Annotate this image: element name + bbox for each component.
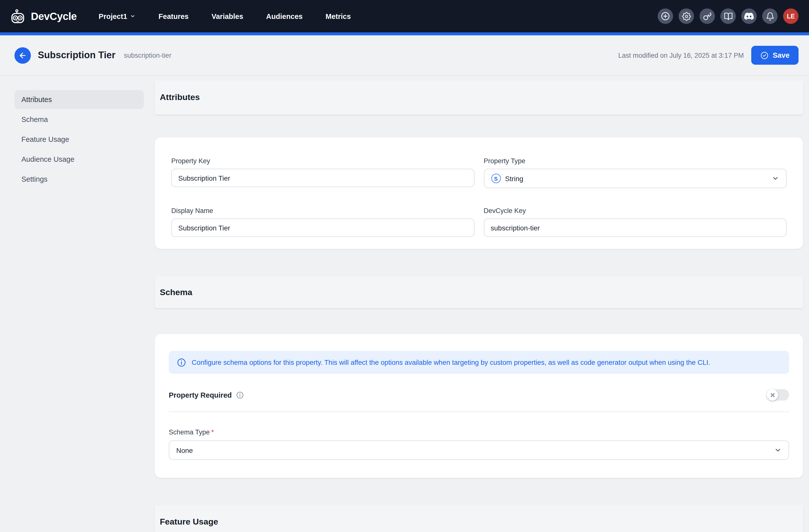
notifications-button[interactable] xyxy=(762,8,778,24)
nav-variables[interactable]: Variables xyxy=(211,12,243,20)
display-name-input[interactable] xyxy=(171,218,474,237)
property-key-input[interactable] xyxy=(171,169,474,187)
devcycle-key-input[interactable] xyxy=(484,218,787,237)
settings-button[interactable] xyxy=(678,8,694,24)
nav-audiences[interactable]: Audiences xyxy=(266,12,303,20)
x-icon xyxy=(770,392,775,397)
sidebar-item-label: Audience Usage xyxy=(21,155,74,163)
user-avatar[interactable]: LE xyxy=(783,8,798,24)
schema-section-header: Schema xyxy=(155,277,803,308)
schema-card: Configure schema options for this proper… xyxy=(155,334,803,478)
devcycle-key-label: DevCycle Key xyxy=(484,207,787,214)
primary-nav: Project1 Features Variables Audiences Me… xyxy=(99,12,351,20)
nav-audiences-label: Audiences xyxy=(266,12,303,20)
main-panel: Attributes Property Key Property Type S … xyxy=(155,76,803,532)
discord-button[interactable] xyxy=(741,8,757,24)
property-required-toggle[interactable] xyxy=(767,389,789,401)
display-name-label: Display Name xyxy=(171,207,474,214)
check-circle-icon xyxy=(760,51,769,59)
nav-metrics-label: Metrics xyxy=(326,12,351,20)
sidebar-item-label: Schema xyxy=(21,116,48,123)
top-navbar: DevCycle Project1 Features Variables Aud… xyxy=(0,0,809,32)
gear-icon xyxy=(682,12,691,21)
nav-variables-label: Variables xyxy=(211,12,243,20)
sidebar-item-settings[interactable]: Settings xyxy=(14,170,144,189)
devcycle-key-field: DevCycle Key xyxy=(484,207,787,237)
schema-info-banner: Configure schema options for this proper… xyxy=(169,351,789,374)
property-required-row: Property Required xyxy=(169,389,789,401)
feature-usage-heading: Feature Usage xyxy=(160,517,218,527)
schema-type-value: None xyxy=(176,446,193,454)
property-type-value: String xyxy=(505,174,523,182)
display-name-field: Display Name xyxy=(171,207,474,237)
string-type-icon: S xyxy=(491,174,501,183)
property-key-field: Property Key xyxy=(171,157,474,188)
info-icon[interactable] xyxy=(236,391,244,399)
page-header: Subscription Tier subscription-tier Last… xyxy=(0,35,809,76)
api-keys-button[interactable] xyxy=(700,8,715,24)
schema-type-select[interactable]: None xyxy=(169,440,789,460)
property-key-label: Property Key xyxy=(171,157,474,165)
save-button-label: Save xyxy=(773,51,790,59)
sidebar-item-label: Feature Usage xyxy=(21,135,69,143)
sidebar-item-label: Settings xyxy=(21,175,48,183)
back-button[interactable] xyxy=(14,47,31,64)
devcycle-logo[interactable]: DevCycle xyxy=(11,9,77,24)
feature-usage-section-header: Feature Usage xyxy=(155,505,803,532)
chevron-down-icon xyxy=(772,175,779,182)
bell-icon xyxy=(765,12,774,21)
nav-features-label: Features xyxy=(158,12,189,20)
page-title: Subscription Tier xyxy=(38,50,116,61)
avatar-initials: LE xyxy=(787,13,795,20)
property-type-label: Property Type xyxy=(484,157,787,165)
required-asterisk: * xyxy=(211,428,214,436)
plus-circle-icon xyxy=(661,12,670,21)
accent-bar xyxy=(0,32,809,35)
last-modified-text: Last modified on July 16, 2025 at 3:17 P… xyxy=(618,52,744,59)
devcycle-robot-icon xyxy=(11,9,27,24)
property-type-field: Property Type S String xyxy=(484,157,787,188)
sidebar-item-audience-usage[interactable]: Audience Usage xyxy=(14,150,144,169)
toggle-knob xyxy=(767,389,778,401)
navbar-actions: LE xyxy=(658,8,798,24)
nav-features[interactable]: Features xyxy=(158,12,189,20)
brand-name: DevCycle xyxy=(31,10,77,22)
schema-card-divider xyxy=(169,411,789,412)
page-subtitle-key: subscription-tier xyxy=(124,52,172,59)
chevron-down-icon xyxy=(130,14,136,19)
schema-heading: Schema xyxy=(160,287,192,297)
property-type-select[interactable]: S String xyxy=(484,169,787,188)
schema-type-label: Schema Type* xyxy=(169,428,789,436)
docs-button[interactable] xyxy=(720,8,736,24)
arrow-left-icon xyxy=(18,51,27,59)
attributes-heading: Attributes xyxy=(160,92,200,103)
page-content: Attributes Schema Feature Usage Audience… xyxy=(0,76,809,532)
schema-banner-text: Configure schema options for this proper… xyxy=(192,358,710,366)
attributes-section-header: Attributes xyxy=(155,81,803,114)
discord-icon xyxy=(744,12,754,21)
book-open-icon xyxy=(724,12,733,21)
sidebar-item-feature-usage[interactable]: Feature Usage xyxy=(14,130,144,149)
sidebar-item-label: Attributes xyxy=(21,95,52,104)
key-icon xyxy=(703,12,712,21)
info-icon xyxy=(177,358,186,367)
attributes-card: Property Key Property Type S String xyxy=(155,137,803,249)
section-nav-sidebar: Attributes Schema Feature Usage Audience… xyxy=(14,90,144,190)
property-required-label: Property Required xyxy=(169,391,232,399)
nav-project-dropdown[interactable]: Project1 xyxy=(99,12,135,20)
sidebar-item-schema[interactable]: Schema xyxy=(14,110,144,129)
nav-project-label: Project1 xyxy=(99,12,127,20)
chevron-down-icon xyxy=(774,446,781,454)
save-button[interactable]: Save xyxy=(751,46,798,65)
nav-metrics[interactable]: Metrics xyxy=(326,12,351,20)
create-new-button[interactable] xyxy=(658,8,673,24)
sidebar-item-attributes[interactable]: Attributes xyxy=(14,90,144,109)
